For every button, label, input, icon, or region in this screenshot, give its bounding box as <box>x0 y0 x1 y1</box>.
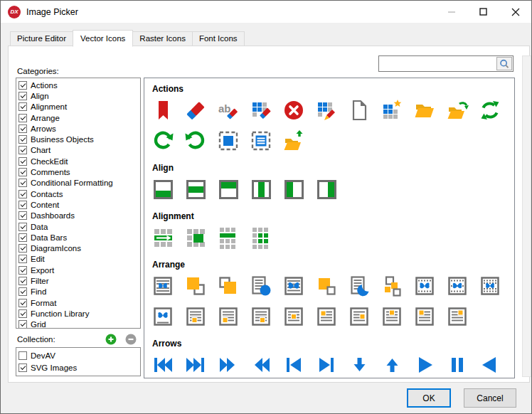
select-all-icon[interactable] <box>217 129 240 152</box>
send-backward-icon[interactable] <box>217 275 240 297</box>
category-checkbox[interactable] <box>18 179 27 187</box>
category-item[interactable]: Data Bars <box>16 232 140 243</box>
open-folder-icon[interactable] <box>413 99 436 122</box>
category-item[interactable]: Align <box>16 90 140 101</box>
play-reverse-icon[interactable] <box>479 354 501 376</box>
refresh-icon[interactable] <box>479 99 501 122</box>
alignment-right-block-icon[interactable] <box>250 226 272 249</box>
tab-picture-editor[interactable]: Picture Editor <box>10 31 73 46</box>
collection-item[interactable]: SVG Images <box>16 361 140 373</box>
search-button[interactable] <box>496 57 512 70</box>
align-right-icon[interactable] <box>315 178 338 201</box>
wrap-square-icon[interactable] <box>250 275 272 297</box>
refresh-folder-icon[interactable] <box>446 99 469 122</box>
position-top-right-icon[interactable] <box>446 305 469 328</box>
align-center-icon[interactable] <box>250 178 272 201</box>
position-bottom-right-icon[interactable] <box>250 305 272 328</box>
category-checkbox[interactable] <box>18 92 27 100</box>
category-checkbox[interactable] <box>18 223 27 231</box>
add-collection-button[interactable] <box>105 334 117 345</box>
eraser-icon[interactable] <box>184 99 207 122</box>
category-item[interactable]: Format <box>16 297 140 308</box>
wrap-through-icon[interactable] <box>446 275 469 297</box>
category-checkbox[interactable] <box>18 201 27 209</box>
position-bottom-left-icon[interactable] <box>217 305 240 328</box>
collection-checkbox[interactable] <box>18 351 27 360</box>
category-checkbox[interactable] <box>18 233 27 242</box>
category-item[interactable]: DiagramIcons <box>16 243 140 253</box>
arrow-down-icon[interactable] <box>348 354 371 376</box>
category-checkbox[interactable] <box>18 157 27 166</box>
category-checkbox[interactable] <box>18 168 27 176</box>
category-item[interactable]: Dashboards <box>16 211 140 221</box>
position-middle-center-icon[interactable] <box>282 305 305 328</box>
category-checkbox[interactable] <box>18 244 27 253</box>
category-checkbox[interactable] <box>18 135 27 144</box>
tab-font-icons[interactable]: Font Icons <box>192 31 245 46</box>
in-front-of-text-icon[interactable] <box>315 275 338 297</box>
next-icon[interactable] <box>315 354 338 376</box>
cancel-button[interactable]: Cancel <box>464 388 516 408</box>
category-item[interactable]: Filter <box>16 275 140 286</box>
category-checkbox[interactable] <box>18 114 27 122</box>
category-checkbox[interactable] <box>18 102 27 111</box>
category-item[interactable]: Grid <box>16 319 140 329</box>
cancel-icon[interactable] <box>282 99 305 122</box>
bookmark-icon[interactable] <box>151 99 174 122</box>
first-icon[interactable] <box>151 354 174 376</box>
collection-checkbox[interactable] <box>18 363 27 372</box>
position-top-left-icon[interactable] <box>413 305 436 328</box>
clear-text-icon[interactable]: ab <box>217 99 240 122</box>
align-bottom-icon[interactable] <box>151 178 174 201</box>
alignment-middle-bar-icon[interactable] <box>217 226 240 249</box>
maximize-button[interactable] <box>467 1 499 23</box>
export-folder-icon[interactable] <box>282 129 305 152</box>
play-icon[interactable] <box>413 354 436 376</box>
category-checkbox[interactable] <box>18 146 27 154</box>
categories-list[interactable]: Actions Align Alignment Arrange <box>16 78 141 329</box>
new-document-icon[interactable] <box>348 99 371 122</box>
edit-cells-icon[interactable] <box>315 99 338 122</box>
category-item[interactable]: Contacts <box>16 189 140 199</box>
category-item[interactable]: Business Objects <box>16 134 140 144</box>
picture-placeholder-icon[interactable] <box>151 305 174 328</box>
tab-vector-icons[interactable]: Vector Icons <box>73 30 133 47</box>
in-line-with-text-icon[interactable] <box>479 275 501 297</box>
category-item[interactable]: Find <box>16 287 140 297</box>
remove-collection-button[interactable] <box>125 334 137 345</box>
clear-cells-icon[interactable] <box>250 99 272 122</box>
arrow-up-icon[interactable] <box>381 354 403 376</box>
bring-forward-icon[interactable] <box>184 275 207 297</box>
position-top-left-inline-icon[interactable] <box>315 305 338 328</box>
last-icon[interactable] <box>184 354 207 376</box>
align-middle-icon[interactable] <box>184 178 207 201</box>
position-top-center-icon[interactable] <box>381 305 403 328</box>
category-checkbox[interactable] <box>18 277 27 285</box>
category-item[interactable]: Chart <box>16 145 140 156</box>
previous-icon[interactable] <box>282 354 305 376</box>
position-middle-right-icon[interactable] <box>348 305 371 328</box>
category-checkbox[interactable] <box>18 124 27 133</box>
select-content-icon[interactable] <box>250 129 272 152</box>
scrollbar[interactable] <box>522 55 531 377</box>
category-item[interactable]: Content <box>16 199 140 210</box>
search-input[interactable] <box>379 56 496 71</box>
align-left-icon[interactable] <box>282 178 305 201</box>
order-objects-icon[interactable] <box>381 275 403 297</box>
tab-raster-icons[interactable]: Raster Icons <box>132 31 193 46</box>
category-checkbox[interactable] <box>18 287 27 296</box>
ok-button[interactable]: OK <box>407 388 451 408</box>
category-checkbox[interactable] <box>18 320 27 329</box>
fast-forward-icon[interactable] <box>217 354 240 376</box>
category-item[interactable]: Export <box>16 265 140 275</box>
alignment-arrow-icon[interactable] <box>151 226 174 249</box>
close-button[interactable] <box>499 1 531 23</box>
wrap-top-bottom-icon[interactable] <box>413 275 436 297</box>
category-item[interactable]: Arrange <box>16 112 140 123</box>
category-checkbox[interactable] <box>18 309 27 318</box>
behind-text-icon[interactable] <box>282 275 305 297</box>
align-top-icon[interactable] <box>217 178 240 201</box>
title-bar[interactable]: DX Image Picker <box>1 1 531 23</box>
rotate-clockwise-icon[interactable] <box>151 129 174 152</box>
category-checkbox[interactable] <box>18 255 27 263</box>
